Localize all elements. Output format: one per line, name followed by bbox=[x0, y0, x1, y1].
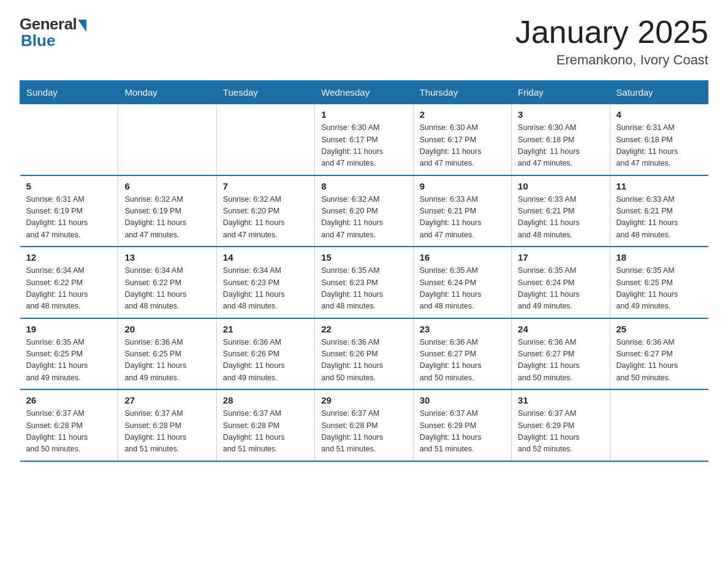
day-info: Sunrise: 6:37 AMSunset: 6:29 PMDaylight:… bbox=[420, 408, 505, 456]
day-number: 1 bbox=[321, 109, 406, 120]
calendar-cell: 23Sunrise: 6:36 AMSunset: 6:27 PMDayligh… bbox=[413, 318, 511, 390]
calendar-cell: 8Sunrise: 6:32 AMSunset: 6:20 PMDaylight… bbox=[315, 175, 413, 247]
day-info: Sunrise: 6:32 AMSunset: 6:19 PMDaylight:… bbox=[124, 194, 210, 242]
day-info: Sunrise: 6:32 AMSunset: 6:20 PMDaylight:… bbox=[321, 194, 406, 242]
calendar-week-row: 19Sunrise: 6:35 AMSunset: 6:25 PMDayligh… bbox=[20, 318, 708, 390]
day-number: 29 bbox=[321, 395, 406, 405]
day-info: Sunrise: 6:35 AMSunset: 6:24 PMDaylight:… bbox=[420, 265, 505, 313]
day-info: Sunrise: 6:31 AMSunset: 6:19 PMDaylight:… bbox=[26, 194, 112, 242]
day-number: 25 bbox=[616, 324, 702, 334]
calendar-cell: 12Sunrise: 6:34 AMSunset: 6:22 PMDayligh… bbox=[20, 247, 118, 318]
day-number: 11 bbox=[616, 181, 702, 191]
calendar-cell: 15Sunrise: 6:35 AMSunset: 6:23 PMDayligh… bbox=[315, 247, 413, 318]
title-block: January 2025 Eremankono, Ivory Coast bbox=[515, 15, 708, 68]
day-info: Sunrise: 6:33 AMSunset: 6:21 PMDaylight:… bbox=[518, 194, 603, 242]
day-number: 10 bbox=[518, 181, 603, 191]
day-number: 12 bbox=[26, 252, 112, 262]
calendar-cell: 24Sunrise: 6:36 AMSunset: 6:27 PMDayligh… bbox=[512, 318, 610, 390]
calendar-cell: 3Sunrise: 6:30 AMSunset: 6:18 PMDaylight… bbox=[512, 104, 610, 175]
day-info: Sunrise: 6:35 AMSunset: 6:23 PMDaylight:… bbox=[321, 265, 406, 313]
calendar-week-row: 1Sunrise: 6:30 AMSunset: 6:17 PMDaylight… bbox=[20, 104, 708, 175]
day-info: Sunrise: 6:36 AMSunset: 6:27 PMDaylight:… bbox=[518, 337, 603, 385]
day-info: Sunrise: 6:37 AMSunset: 6:28 PMDaylight:… bbox=[124, 408, 210, 456]
calendar-cell: 5Sunrise: 6:31 AMSunset: 6:19 PMDaylight… bbox=[20, 175, 118, 247]
day-number: 5 bbox=[26, 181, 112, 191]
days-of-week-row: SundayMondayTuesdayWednesdayThursdayFrid… bbox=[20, 81, 708, 104]
calendar-cell: 30Sunrise: 6:37 AMSunset: 6:29 PMDayligh… bbox=[413, 389, 511, 461]
day-of-week-header: Wednesday bbox=[315, 81, 413, 104]
day-info: Sunrise: 6:35 AMSunset: 6:25 PMDaylight:… bbox=[616, 265, 702, 313]
calendar-cell: 13Sunrise: 6:34 AMSunset: 6:22 PMDayligh… bbox=[118, 247, 216, 318]
calendar-cell: 19Sunrise: 6:35 AMSunset: 6:25 PMDayligh… bbox=[20, 318, 118, 390]
day-info: Sunrise: 6:35 AMSunset: 6:24 PMDaylight:… bbox=[518, 265, 603, 313]
day-number: 15 bbox=[321, 252, 406, 262]
calendar-week-row: 12Sunrise: 6:34 AMSunset: 6:22 PMDayligh… bbox=[20, 247, 708, 318]
day-info: Sunrise: 6:37 AMSunset: 6:28 PMDaylight:… bbox=[223, 408, 308, 456]
day-of-week-header: Tuesday bbox=[216, 81, 314, 104]
day-info: Sunrise: 6:33 AMSunset: 6:21 PMDaylight:… bbox=[616, 194, 702, 242]
day-number: 19 bbox=[26, 324, 112, 334]
day-number: 17 bbox=[518, 252, 603, 262]
month-title: January 2025 bbox=[515, 15, 708, 50]
day-number: 31 bbox=[518, 395, 603, 405]
calendar-cell: 20Sunrise: 6:36 AMSunset: 6:25 PMDayligh… bbox=[118, 318, 216, 390]
day-info: Sunrise: 6:34 AMSunset: 6:22 PMDaylight:… bbox=[124, 265, 210, 313]
calendar-table: SundayMondayTuesdayWednesdayThursdayFrid… bbox=[20, 80, 708, 462]
day-info: Sunrise: 6:36 AMSunset: 6:26 PMDaylight:… bbox=[223, 337, 308, 385]
calendar-cell: 11Sunrise: 6:33 AMSunset: 6:21 PMDayligh… bbox=[610, 175, 708, 247]
calendar-cell: 27Sunrise: 6:37 AMSunset: 6:28 PMDayligh… bbox=[118, 389, 216, 461]
location-title: Eremankono, Ivory Coast bbox=[515, 52, 708, 68]
calendar-cell: 2Sunrise: 6:30 AMSunset: 6:17 PMDaylight… bbox=[413, 104, 511, 175]
calendar-header: SundayMondayTuesdayWednesdayThursdayFrid… bbox=[20, 81, 708, 104]
day-info: Sunrise: 6:36 AMSunset: 6:27 PMDaylight:… bbox=[616, 337, 702, 385]
calendar-cell bbox=[20, 104, 118, 175]
day-of-week-header: Saturday bbox=[610, 81, 708, 104]
calendar-cell: 14Sunrise: 6:34 AMSunset: 6:23 PMDayligh… bbox=[216, 247, 314, 318]
calendar-cell: 22Sunrise: 6:36 AMSunset: 6:26 PMDayligh… bbox=[315, 318, 413, 390]
calendar-cell: 1Sunrise: 6:30 AMSunset: 6:17 PMDaylight… bbox=[315, 104, 413, 175]
day-info: Sunrise: 6:30 AMSunset: 6:18 PMDaylight:… bbox=[518, 122, 603, 170]
day-info: Sunrise: 6:37 AMSunset: 6:29 PMDaylight:… bbox=[518, 408, 603, 456]
day-info: Sunrise: 6:34 AMSunset: 6:23 PMDaylight:… bbox=[223, 265, 308, 313]
day-info: Sunrise: 6:32 AMSunset: 6:20 PMDaylight:… bbox=[223, 194, 308, 242]
day-number: 27 bbox=[124, 395, 210, 405]
day-info: Sunrise: 6:30 AMSunset: 6:17 PMDaylight:… bbox=[321, 122, 406, 170]
day-of-week-header: Sunday bbox=[20, 81, 118, 104]
page-header: General Blue January 2025 Eremankono, Iv… bbox=[20, 15, 708, 68]
day-number: 20 bbox=[124, 324, 210, 334]
logo: General Blue bbox=[20, 15, 86, 50]
day-number: 26 bbox=[26, 395, 112, 405]
day-number: 7 bbox=[223, 181, 308, 191]
calendar-cell: 31Sunrise: 6:37 AMSunset: 6:29 PMDayligh… bbox=[512, 389, 610, 461]
day-number: 2 bbox=[420, 109, 505, 120]
day-number: 28 bbox=[223, 395, 308, 405]
day-number: 9 bbox=[420, 181, 505, 191]
calendar-cell: 6Sunrise: 6:32 AMSunset: 6:19 PMDaylight… bbox=[118, 175, 216, 247]
calendar-cell bbox=[216, 104, 314, 175]
day-of-week-header: Friday bbox=[512, 81, 610, 104]
day-number: 4 bbox=[616, 109, 702, 120]
calendar-week-row: 5Sunrise: 6:31 AMSunset: 6:19 PMDaylight… bbox=[20, 175, 708, 247]
calendar-cell: 16Sunrise: 6:35 AMSunset: 6:24 PMDayligh… bbox=[413, 247, 511, 318]
logo-blue-text: Blue bbox=[20, 31, 55, 50]
day-of-week-header: Thursday bbox=[413, 81, 511, 104]
calendar-cell: 26Sunrise: 6:37 AMSunset: 6:28 PMDayligh… bbox=[20, 389, 118, 461]
day-number: 8 bbox=[321, 181, 406, 191]
day-info: Sunrise: 6:36 AMSunset: 6:25 PMDaylight:… bbox=[124, 337, 210, 385]
day-info: Sunrise: 6:36 AMSunset: 6:27 PMDaylight:… bbox=[420, 337, 505, 385]
day-number: 21 bbox=[223, 324, 308, 334]
day-number: 6 bbox=[124, 181, 210, 191]
calendar-cell bbox=[610, 389, 708, 461]
calendar-body: 1Sunrise: 6:30 AMSunset: 6:17 PMDaylight… bbox=[20, 104, 708, 461]
day-info: Sunrise: 6:37 AMSunset: 6:28 PMDaylight:… bbox=[321, 408, 406, 456]
day-number: 16 bbox=[420, 252, 505, 262]
calendar-cell: 10Sunrise: 6:33 AMSunset: 6:21 PMDayligh… bbox=[512, 175, 610, 247]
calendar-cell: 29Sunrise: 6:37 AMSunset: 6:28 PMDayligh… bbox=[315, 389, 413, 461]
day-number: 30 bbox=[420, 395, 505, 405]
day-info: Sunrise: 6:37 AMSunset: 6:28 PMDaylight:… bbox=[26, 408, 112, 456]
calendar-cell bbox=[118, 104, 216, 175]
calendar-cell: 28Sunrise: 6:37 AMSunset: 6:28 PMDayligh… bbox=[216, 389, 314, 461]
calendar-week-row: 26Sunrise: 6:37 AMSunset: 6:28 PMDayligh… bbox=[20, 389, 708, 461]
calendar-cell: 4Sunrise: 6:31 AMSunset: 6:18 PMDaylight… bbox=[610, 104, 708, 175]
day-number: 13 bbox=[124, 252, 210, 262]
